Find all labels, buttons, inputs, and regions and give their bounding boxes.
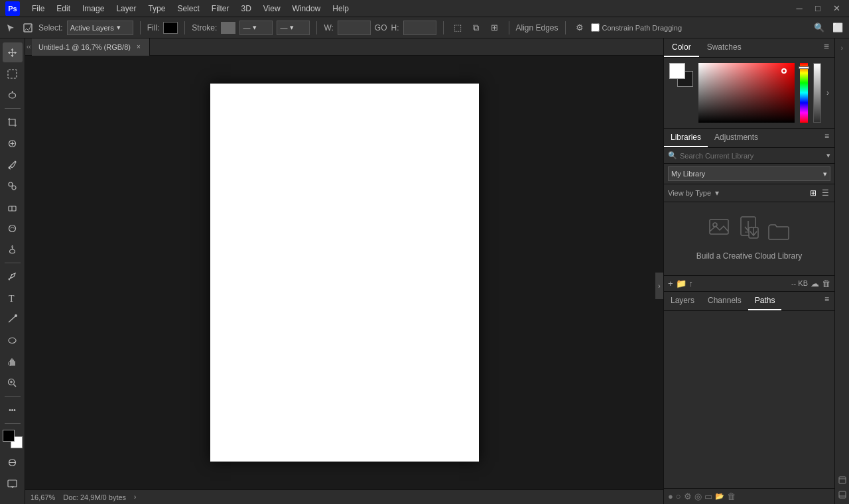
tool-lasso[interactable] [3, 85, 23, 105]
minimize-btn[interactable]: ─ [792, 1, 807, 16]
menu-window[interactable]: Window [287, 3, 326, 15]
tab-swatches[interactable]: Swatches [699, 38, 750, 57]
stroke-style-dropdown[interactable]: — ▾ [277, 21, 310, 35]
fill-path-icon[interactable]: ● [668, 491, 673, 501]
tab-untitled[interactable]: Untitled-1 @ 16,7% (RGB/8) × [32, 38, 150, 56]
tab-libraries[interactable]: Libraries [664, 129, 708, 147]
color-swatches[interactable] [3, 430, 23, 448]
workspace-btn[interactable]: ⬜ [830, 21, 845, 35]
tab-adjustments[interactable]: Adjustments [708, 129, 765, 147]
align-edges-label: Align Edges [516, 23, 558, 32]
tool-move[interactable] [3, 42, 23, 62]
go-btn[interactable]: GO [375, 23, 387, 32]
library-bottom-bar: + 📁 ↑ -- KB ☁ 🗑 [664, 275, 834, 291]
layers-menu-btn[interactable]: ≡ [819, 292, 834, 310]
menu-image[interactable]: Image [77, 3, 109, 15]
panel-dock-icon[interactable] [836, 473, 849, 487]
tool-quick-mask[interactable] [3, 452, 23, 472]
tab-paths[interactable]: Paths [748, 292, 782, 310]
panel-collapse-icon[interactable] [836, 488, 849, 501]
tab-arrow-left[interactable]: ‹‹ [25, 38, 32, 56]
path-as-selection-icon[interactable]: ⚙ [684, 491, 692, 501]
tool-blur[interactable] [3, 218, 23, 238]
library-cloud-icon[interactable]: ☁ [811, 279, 819, 288]
tool-brush[interactable] [3, 155, 23, 174]
delete-path-icon[interactable]: 🗑 [727, 491, 736, 501]
height-input[interactable] [403, 21, 436, 35]
view-type-chevron[interactable]: ▾ [714, 187, 720, 199]
tool-hand[interactable] [3, 351, 23, 371]
tool-crop[interactable] [3, 112, 23, 132]
make-mask-icon[interactable]: ⬚ [450, 21, 465, 35]
menu-view[interactable]: View [258, 3, 286, 15]
select-dropdown[interactable]: Active Layers ▾ [67, 21, 133, 35]
tool-burn[interactable] [3, 239, 23, 259]
library-view-toolbar: View by Type ▾ ⊞ ☰ [664, 184, 834, 202]
tool-path-select[interactable] [3, 309, 23, 329]
menu-help[interactable]: Help [327, 3, 354, 15]
right-panel-collapse-btn[interactable]: › [655, 273, 663, 299]
align-icon[interactable]: ⊞ [488, 21, 502, 35]
tool-zoom[interactable] [3, 373, 23, 393]
add-mask-icon[interactable]: ▭ [704, 491, 712, 501]
panel-expand-icon[interactable]: › [836, 41, 849, 54]
sep6 [565, 21, 566, 34]
libraries-menu-btn[interactable]: ≡ [819, 129, 834, 147]
tool-pen[interactable] [3, 267, 23, 286]
tab-channels[interactable]: Channels [701, 292, 748, 310]
sep1 [140, 21, 141, 34]
color-swatch-pair[interactable] [669, 63, 693, 87]
fill-swatch[interactable] [163, 22, 178, 34]
library-search-input[interactable] [680, 152, 824, 160]
path-ops-icon[interactable]: ⧉ [469, 21, 484, 35]
color-gradient-picker[interactable] [698, 63, 795, 123]
new-path-icon[interactable]: 📂 [715, 492, 724, 501]
hue-slider[interactable] [800, 63, 808, 123]
list-view-icon[interactable]: ☰ [820, 187, 830, 199]
selection-as-path-icon[interactable]: ◎ [694, 491, 702, 501]
search-btn[interactable]: 🔍 [812, 21, 826, 35]
stroke-swatch[interactable] [221, 22, 235, 34]
stroke-path-icon[interactable]: ○ [676, 491, 681, 501]
maximize-btn[interactable]: □ [811, 1, 825, 16]
menu-layer[interactable]: Layer [111, 3, 141, 15]
width-input[interactable] [338, 21, 371, 35]
status-arrow-icon[interactable]: › [134, 493, 136, 501]
tool-text[interactable]: T [3, 288, 23, 308]
library-delete-icon[interactable]: 🗑 [822, 279, 830, 288]
fg-color-swatch[interactable] [3, 430, 15, 442]
close-btn[interactable]: ✕ [829, 1, 844, 16]
library-new-folder-icon[interactable]: 📁 [676, 279, 686, 288]
opacity-slider[interactable] [813, 63, 821, 123]
tool-eraser[interactable] [3, 197, 23, 217]
tool-select[interactable] [3, 64, 23, 84]
library-import-icon[interactable]: ↑ [689, 279, 694, 288]
stroke-width-dropdown[interactable]: — ▾ [239, 21, 273, 35]
tool-sep3 [5, 396, 21, 397]
color-expand-arrow[interactable]: › [826, 88, 829, 97]
menu-3d[interactable]: 3D [235, 3, 256, 15]
tab-close-btn[interactable]: × [135, 43, 143, 51]
tool-healing[interactable] [3, 133, 23, 153]
tab-layers[interactable]: Layers [664, 292, 701, 310]
library-content: Build a Creative Cloud Library [664, 202, 834, 275]
menu-file[interactable]: File [27, 3, 50, 15]
menu-select[interactable]: Select [172, 3, 204, 15]
tool-screen-mode[interactable] [3, 473, 23, 493]
fg-color-display[interactable] [669, 63, 685, 79]
menu-filter[interactable]: Filter [206, 3, 235, 15]
menu-type[interactable]: Type [143, 3, 170, 15]
library-add-icon[interactable]: + [668, 279, 673, 288]
canvas-scroll[interactable]: › [25, 56, 663, 489]
tool-clone[interactable] [3, 176, 23, 196]
library-search-dropdown[interactable]: ▾ [826, 151, 830, 160]
tab-color[interactable]: Color [664, 38, 699, 57]
gear-icon[interactable]: ⚙ [572, 21, 587, 35]
grid-view-icon[interactable]: ⊞ [809, 187, 818, 199]
tool-ellipse[interactable] [3, 330, 23, 350]
tool-more[interactable]: ••• [3, 400, 23, 420]
menu-edit[interactable]: Edit [51, 3, 76, 15]
color-panel-menu-btn[interactable]: ≡ [818, 38, 834, 57]
library-name-dropdown[interactable]: My Library ▾ [668, 166, 830, 181]
constrain-checkbox[interactable] [591, 23, 600, 32]
